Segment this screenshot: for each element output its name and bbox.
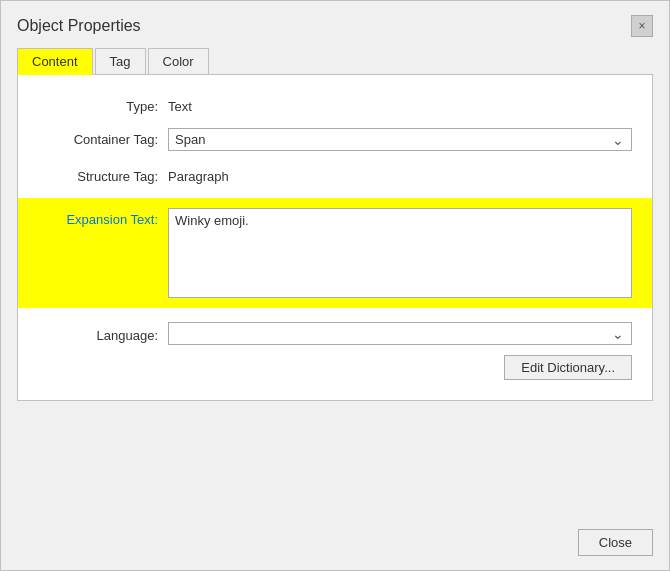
close-dialog-button[interactable]: Close — [578, 529, 653, 556]
language-select[interactable] — [168, 322, 632, 345]
content-panel: Type: Text Container Tag: Span Div P H1 … — [17, 74, 653, 401]
expansion-text-label: Expansion Text: — [38, 208, 168, 227]
expansion-text-row: Expansion Text: Winky emoji. — [18, 198, 652, 308]
title-bar: Object Properties × — [1, 1, 669, 47]
language-select-wrapper — [168, 322, 632, 345]
container-tag-row: Container Tag: Span Div P H1 H2 H3 — [38, 128, 632, 151]
dialog-footer: Close — [562, 515, 669, 570]
container-tag-select[interactable]: Span Div P H1 H2 H3 — [168, 128, 632, 151]
dialog-title: Object Properties — [17, 17, 141, 35]
edit-dictionary-button[interactable]: Edit Dictionary... — [504, 355, 632, 380]
structure-tag-row: Structure Tag: Paragraph — [38, 165, 632, 184]
tabs-bar: Content Tag Color — [1, 47, 669, 74]
container-tag-label: Container Tag: — [38, 128, 168, 147]
title-close-button[interactable]: × — [631, 15, 653, 37]
edit-dictionary-row: Edit Dictionary... — [38, 355, 632, 380]
expansion-text-input[interactable]: Winky emoji. — [168, 208, 632, 298]
type-row: Type: Text — [38, 95, 632, 114]
container-tag-select-wrapper: Span Div P H1 H2 H3 — [168, 128, 632, 151]
structure-tag-value: Paragraph — [168, 165, 632, 184]
object-properties-dialog: Object Properties × Content Tag Color Ty… — [0, 0, 670, 571]
language-label: Language: — [38, 324, 168, 343]
language-row: Language: — [38, 322, 632, 345]
tab-color[interactable]: Color — [148, 48, 209, 75]
type-value: Text — [168, 95, 632, 114]
structure-tag-label: Structure Tag: — [38, 165, 168, 184]
tab-tag[interactable]: Tag — [95, 48, 146, 75]
type-label: Type: — [38, 95, 168, 114]
tab-content[interactable]: Content — [17, 48, 93, 75]
